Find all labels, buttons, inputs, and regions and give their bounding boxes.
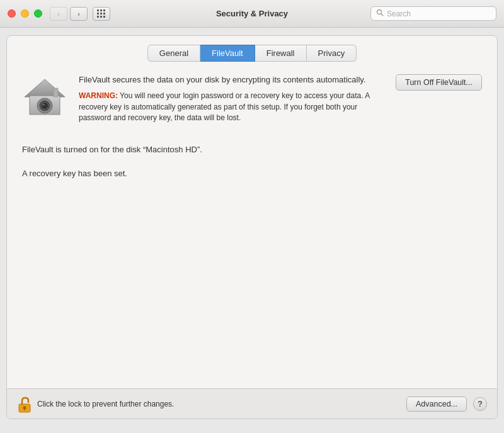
warning-text: WARNING: You will need your login passwo… <box>79 91 384 123</box>
status-line: FileVault is turned on for the disk “Mac… <box>22 143 482 156</box>
panel-content: FileVault secures the data on your disk … <box>7 62 497 388</box>
bottom-right: Advanced... ? <box>406 396 487 412</box>
lock-icon <box>17 395 32 413</box>
grid-icon <box>97 9 106 18</box>
filevault-icon <box>22 74 67 120</box>
grid-view-button[interactable] <box>93 7 110 21</box>
main-window: General FileVault Firewall Privacy <box>6 35 498 419</box>
titlebar: ‹ › Security & Privacy <box>0 0 504 28</box>
help-button[interactable]: ? <box>473 397 487 411</box>
warning-label: WARNING: <box>79 91 118 100</box>
svg-point-6 <box>42 103 48 109</box>
description-text: FileVault secures the data on your disk … <box>79 74 384 86</box>
svg-rect-11 <box>24 408 25 410</box>
tabs-bar: General FileVault Firewall Privacy <box>7 36 497 62</box>
lock-text: Click the lock to prevent further change… <box>37 400 174 408</box>
back-button[interactable]: ‹ <box>50 7 67 21</box>
recovery-line: A recovery key has been set. <box>22 169 482 178</box>
svg-marker-2 <box>25 79 65 97</box>
panel-top: FileVault secures the data on your disk … <box>22 74 482 123</box>
svg-line-1 <box>381 14 383 16</box>
panel-top-right: Turn Off FileVault... <box>396 74 482 91</box>
tab-privacy[interactable]: Privacy <box>307 45 357 62</box>
search-bar[interactable] <box>370 6 496 21</box>
minimize-button[interactable] <box>21 9 29 18</box>
panel-description-area: FileVault secures the data on your disk … <box>79 74 384 123</box>
bottom-bar: Click the lock to prevent further change… <box>7 388 497 419</box>
close-button[interactable] <box>8 9 16 18</box>
tab-general[interactable]: General <box>147 45 200 62</box>
search-icon <box>376 9 384 18</box>
tab-firewall[interactable]: Firewall <box>255 45 307 62</box>
search-input[interactable] <box>387 9 491 18</box>
window-title: Security & Privacy <box>216 9 288 18</box>
traffic-lights <box>8 9 42 18</box>
advanced-button[interactable]: Advanced... <box>406 396 467 412</box>
lock-button[interactable]: Click the lock to prevent further change… <box>17 395 174 413</box>
maximize-button[interactable] <box>34 9 42 18</box>
svg-rect-8 <box>54 88 58 97</box>
svg-point-7 <box>43 104 45 106</box>
nav-buttons: ‹ › <box>50 7 88 21</box>
warning-body: You will need your login password or a r… <box>79 91 370 122</box>
tab-filevault[interactable]: FileVault <box>200 45 255 62</box>
forward-button[interactable]: › <box>70 7 88 21</box>
turn-off-filevault-button[interactable]: Turn Off FileVault... <box>396 74 482 91</box>
